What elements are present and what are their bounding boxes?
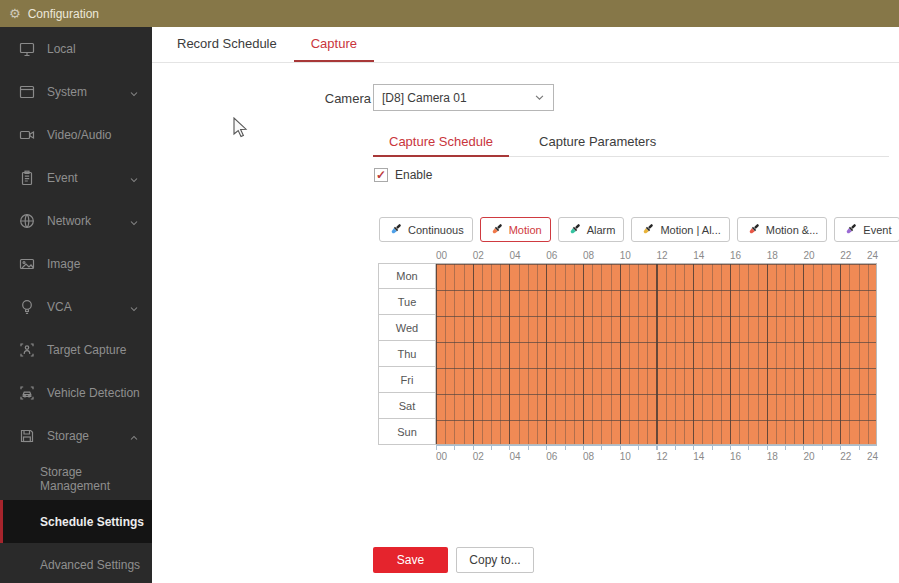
day-label: Thu <box>378 341 436 367</box>
floppy-icon <box>19 428 35 444</box>
gear-icon: ⚙ <box>9 7 21 20</box>
main-content: Record Schedule Capture Camera [D8] Came… <box>152 27 899 583</box>
day-label: Wed <box>378 315 436 341</box>
target-capture-icon <box>19 342 35 358</box>
sidebar-subitem-storage-management[interactable]: Storage Management <box>0 457 152 500</box>
sidebar-item-label: Storage <box>47 429 89 443</box>
image-icon <box>19 256 35 272</box>
schedule-grid: 00 02 04 06 08 10 12 14 16 18 20 22 24 M… <box>378 250 877 464</box>
sidebar-subitem-advanced-settings[interactable]: Advanced Settings <box>0 543 152 583</box>
sidebar-item-label: Local <box>47 42 76 56</box>
clipboard-icon <box>19 170 35 186</box>
sidebar-item-label: Network <box>47 214 91 228</box>
camera-label: Camera <box>272 91 371 106</box>
sidebar-item-label: Event <box>47 171 78 185</box>
globe-icon <box>19 213 35 229</box>
enable-label: Enable <box>395 168 432 182</box>
schedule-type-toolbar: Continuous Motion Alarm Motion | Al... M… <box>379 217 897 242</box>
brush-icon <box>567 222 582 237</box>
sidebar: Local System Video/Audio Event <box>0 27 152 583</box>
day-label: Fri <box>378 367 436 393</box>
subtab-bar: Capture Schedule Capture Parameters <box>373 127 889 157</box>
camera-select[interactable]: [D8] Camera 01 <box>373 84 554 111</box>
sidebar-item-label: System <box>47 85 87 99</box>
sidebar-item-target-capture[interactable]: Target Capture <box>0 328 152 371</box>
sidebar-item-local[interactable]: Local <box>0 27 152 70</box>
sidebar-item-label: Target Capture <box>47 343 126 357</box>
chevron-down-icon <box>128 86 140 98</box>
sidebar-item-label: VCA <box>47 300 72 314</box>
chevron-up-icon <box>128 430 140 442</box>
sidebar-item-label: Video/Audio <box>47 128 112 142</box>
day-label: Tue <box>378 289 436 315</box>
configuration-window: ⚙ Configuration Local System Video/Audio <box>0 0 899 583</box>
window-icon <box>19 84 35 100</box>
tool-label: Motion &... <box>766 224 819 236</box>
bulb-icon <box>19 299 35 315</box>
chevron-down-icon <box>128 172 140 184</box>
brush-icon <box>843 222 858 237</box>
schedule-timeline[interactable] <box>436 263 877 445</box>
tab-record-schedule[interactable]: Record Schedule <box>160 27 294 62</box>
video-audio-icon <box>19 127 35 143</box>
sidebar-subitem-schedule-settings[interactable]: Schedule Settings <box>0 500 152 543</box>
sidebar-item-network[interactable]: Network <box>0 199 152 242</box>
sidebar-item-storage[interactable]: Storage <box>0 414 152 457</box>
tool-continuous[interactable]: Continuous <box>379 217 473 242</box>
monitor-icon <box>19 41 35 57</box>
tab-bar: Record Schedule Capture <box>152 27 899 63</box>
window-title: Configuration <box>28 7 99 21</box>
copy-to-button[interactable]: Copy to... <box>456 547 534 573</box>
brush-icon <box>388 222 403 237</box>
sidebar-item-image[interactable]: Image <box>0 242 152 285</box>
hour-scale-top: 00 02 04 06 08 10 12 14 16 18 20 22 24 <box>436 250 877 263</box>
chevron-down-icon <box>534 92 545 103</box>
tool-alarm[interactable]: Alarm <box>558 217 625 242</box>
enable-row: ✓ Enable <box>374 168 432 182</box>
titlebar: ⚙ Configuration <box>0 0 899 27</box>
brush-icon <box>640 222 655 237</box>
tool-label: Event <box>863 224 891 236</box>
tool-motion[interactable]: Motion <box>480 217 551 242</box>
day-labels: Mon Tue Wed Thu Fri Sat Sun <box>378 263 436 445</box>
tool-motion-or-alarm[interactable]: Motion | Al... <box>631 217 729 242</box>
day-label: Sat <box>378 393 436 419</box>
hour-scale-bottom: 00 02 04 06 08 10 12 14 16 18 20 22 24 <box>436 451 877 464</box>
tool-label: Motion <box>509 224 542 236</box>
sidebar-item-event[interactable]: Event <box>0 156 152 199</box>
day-label: Mon <box>378 263 436 289</box>
vehicle-icon <box>19 385 35 401</box>
enable-checkbox[interactable]: ✓ <box>374 168 388 182</box>
tool-motion-and-alarm[interactable]: Motion &... <box>737 217 828 242</box>
sidebar-item-system[interactable]: System <box>0 70 152 113</box>
subtab-capture-schedule[interactable]: Capture Schedule <box>373 127 509 157</box>
subtab-capture-parameters[interactable]: Capture Parameters <box>523 127 672 157</box>
sidebar-item-vehicle-detection[interactable]: Vehicle Detection <box>0 371 152 414</box>
brush-icon <box>489 222 504 237</box>
tool-label: Continuous <box>408 224 464 236</box>
chevron-down-icon <box>128 301 140 313</box>
day-label: Sun <box>378 419 436 445</box>
brush-icon <box>746 222 761 237</box>
tab-capture[interactable]: Capture <box>294 27 374 62</box>
tool-event[interactable]: Event <box>834 217 899 242</box>
tool-label: Alarm <box>587 224 616 236</box>
sidebar-item-label: Image <box>47 257 80 271</box>
sidebar-item-video-audio[interactable]: Video/Audio <box>0 113 152 156</box>
tool-label: Motion | Al... <box>660 224 720 236</box>
time-ruler <box>436 445 877 450</box>
sidebar-item-vca[interactable]: VCA <box>0 285 152 328</box>
sidebar-item-label: Vehicle Detection <box>47 386 140 400</box>
chevron-down-icon <box>128 215 140 227</box>
camera-select-value: [D8] Camera 01 <box>382 91 534 105</box>
save-button[interactable]: Save <box>373 547 448 573</box>
